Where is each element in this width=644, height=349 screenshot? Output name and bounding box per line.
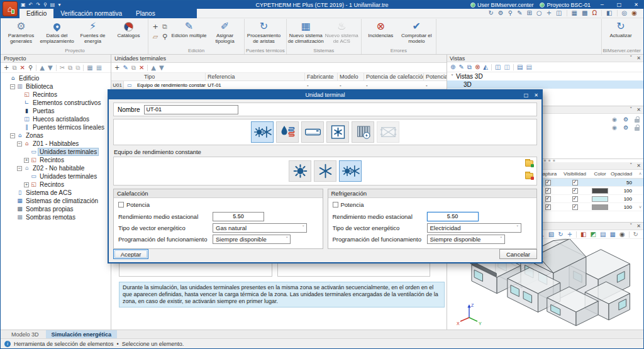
- scroll-down-icon[interactable]: ˅: [637, 205, 643, 209]
- settings-icon[interactable]: ⚙: [623, 125, 628, 131]
- cube3d-icon[interactable]: ▧: [548, 231, 554, 238]
- view-3d-item[interactable]: 3D: [447, 80, 643, 89]
- settings-icon[interactable]: ⚙: [623, 117, 628, 123]
- rotate3d-icon[interactable]: ↻: [633, 231, 638, 238]
- tree-item-sistema-de-acs[interactable]: ▯Sistema de ACS: [1, 189, 111, 197]
- fan-coil-icon[interactable]: [326, 121, 349, 143]
- render-icon[interactable]: ◉: [631, 10, 637, 16]
- bimserver-user-chip[interactable]: User BIMserver.center: [470, 2, 534, 8]
- lock-icon[interactable]: [635, 127, 640, 131]
- vistas-3d-group[interactable]: ˅Vistas 3D: [447, 72, 643, 80]
- pan-icon[interactable]: +: [547, 10, 552, 16]
- collapse-icon[interactable]: −: [10, 133, 15, 138]
- book-icon[interactable]: ▤: [517, 64, 523, 70]
- down-icon[interactable]: ▼: [48, 65, 53, 71]
- captura-checkbox[interactable]: ✓: [545, 196, 551, 202]
- mark-icon[interactable]: ✎: [517, 10, 522, 16]
- tree-item-unidades-terminales[interactable]: ▭Unidades terminales: [1, 148, 111, 156]
- chev-icon[interactable]: ˅: [630, 163, 632, 169]
- tree-item-z01-habitables[interactable]: −⌂Z01 - Habitables: [1, 140, 111, 148]
- chev-icon[interactable]: ˅: [630, 224, 632, 229]
- del-view-icon[interactable]: ⊗: [475, 64, 480, 70]
- visibilidad-checkbox[interactable]: ✓: [572, 180, 578, 186]
- asignar-tipologia-button[interactable]: ✐Asignar tipología: [207, 19, 243, 44]
- solid-icon[interactable]: ▦: [609, 231, 615, 238]
- minimize-button[interactable]: ─: [597, 2, 608, 8]
- search-icon[interactable]: ⚲: [160, 32, 169, 42]
- tree-item-elementos-constructivos[interactable]: ∟Elementos constructivos: [1, 99, 111, 107]
- heating-cooling-icon[interactable]: [339, 160, 362, 182]
- cancelar-button[interactable]: Cancelar: [499, 249, 537, 259]
- tree-item-recintos[interactable]: ◱Recintos: [1, 91, 111, 99]
- programacion-select-refrigeracion[interactable]: Siempre disponible˅: [427, 235, 505, 244]
- print-icon[interactable]: ▤: [50, 3, 55, 8]
- dialog-close-button[interactable]: ✕: [534, 92, 538, 98]
- delete-icon[interactable]: ✕: [139, 65, 144, 71]
- comprobar-el-modelo-button[interactable]: ✔Comprobar el modelo: [399, 19, 435, 44]
- lock-icon[interactable]: [635, 119, 640, 123]
- floor-row[interactable]: ◉⚙: [612, 116, 640, 123]
- import-library-icon[interactable]: [525, 160, 533, 167]
- clip-icon[interactable]: ◧: [580, 231, 586, 238]
- bimserver-project-chip[interactable]: Proyecto BSC-01: [540, 2, 591, 8]
- expand-icon[interactable]: +: [24, 182, 29, 187]
- section-icon[interactable]: ◩: [591, 231, 596, 238]
- tab-verificacion-normativa[interactable]: Verificación normativa: [53, 9, 129, 18]
- photo2-icon[interactable]: ◫: [504, 64, 509, 70]
- tab-planos[interactable]: Planos: [129, 9, 162, 18]
- incidencias-button[interactable]: ⊗Incidencias: [363, 19, 399, 38]
- table-add-icon[interactable]: ▦: [87, 65, 92, 71]
- tree-item-sombras-propias[interactable]: ▩Sombras propias: [1, 205, 111, 213]
- nuevo-sistema-de-acs-button[interactable]: ♨Nuevo sistema de ACS: [324, 19, 360, 44]
- magnet-icon[interactable]: Ω: [592, 10, 597, 16]
- copy-icon[interactable]: ⧉: [68, 65, 72, 71]
- close-button[interactable]: ✕: [631, 2, 641, 8]
- floor-row[interactable]: ◉⚙: [612, 125, 640, 131]
- down-icon[interactable]: ▼: [159, 65, 164, 71]
- toolbar-options-icon[interactable]: ▾: [58, 3, 60, 8]
- vector-select-refrigeracion[interactable]: Electricidad˅: [427, 223, 521, 233]
- photo-icon[interactable]: ◫: [495, 64, 501, 70]
- globe-icon[interactable]: ◎: [622, 10, 628, 16]
- tree-item-unidades-terminales[interactable]: ▭Unidades terminales: [1, 172, 111, 180]
- expand-icon[interactable]: +: [24, 158, 29, 163]
- tree-item-huecos-acristalados[interactable]: ◫Huecos acristalados: [1, 115, 111, 123]
- heating-only-icon[interactable]: [289, 160, 311, 182]
- tree-item-sistemas-de-climatizacion[interactable]: ▦Sistemas de climatización: [1, 197, 111, 205]
- duplicate-icon[interactable]: ⧉: [160, 22, 169, 31]
- constant-performance-icon[interactable]: [251, 121, 274, 143]
- orbit-icon[interactable]: ↻: [488, 10, 493, 16]
- tree-item-puentes-termicos-lineales[interactable]: ∥Puentes térmicos lineales: [1, 123, 111, 131]
- tree-item-biblioteca[interactable]: −▥Biblioteca: [1, 82, 111, 91]
- scroll-up-icon[interactable]: ˄: [637, 172, 643, 176]
- search-icon[interactable]: ⚲: [28, 65, 33, 71]
- nombre-input[interactable]: [144, 105, 238, 114]
- visibilidad-checkbox[interactable]: ✓: [572, 196, 578, 202]
- nuevo-sistema-de-climatizacion-button[interactable]: ▦Nuevo sistema de climatización: [288, 19, 324, 44]
- pan3d-icon[interactable]: +: [567, 231, 572, 238]
- eye-icon[interactable]: ◉: [612, 125, 617, 131]
- collapse-icon[interactable]: −: [17, 166, 22, 171]
- aceptar-button[interactable]: Aceptar: [113, 249, 148, 259]
- delete-icon[interactable]: ✕: [20, 65, 25, 71]
- collapse-icon[interactable]: −: [10, 84, 15, 89]
- close-sm-icon[interactable]: ✕: [636, 163, 641, 169]
- visibilidad-checkbox[interactable]: ✓: [572, 188, 578, 194]
- new-view-icon[interactable]: ⊕: [450, 64, 455, 70]
- captura-checkbox[interactable]: ✓: [545, 180, 551, 186]
- collapse-icon[interactable]: −: [17, 141, 22, 147]
- cut-icon[interactable]: ✂: [60, 65, 65, 71]
- layout-icon[interactable]: ◧: [606, 10, 612, 16]
- zoom-window-icon[interactable]: ⊞: [527, 10, 532, 16]
- add-icon[interactable]: +: [151, 22, 160, 31]
- doc-tab-modelo-3d[interactable]: Modelo 3D: [6, 330, 45, 338]
- datos-del-emplazamiento-button[interactable]: Datos del emplazamiento: [39, 19, 75, 44]
- close-sm-icon[interactable]: ✕: [636, 108, 641, 113]
- dialog-maximize-button[interactable]: □: [524, 92, 529, 98]
- programacion-select-calefaccion[interactable]: Siempre disponible˅: [213, 235, 291, 244]
- find-icon[interactable]: ⚲: [43, 3, 47, 8]
- tree-item-zonas[interactable]: −⌂Zonas: [1, 131, 111, 140]
- texture-icon[interactable]: ▩: [582, 10, 587, 16]
- maximize-button[interactable]: □: [614, 2, 625, 8]
- layers3d-icon[interactable]: ▤: [600, 231, 606, 238]
